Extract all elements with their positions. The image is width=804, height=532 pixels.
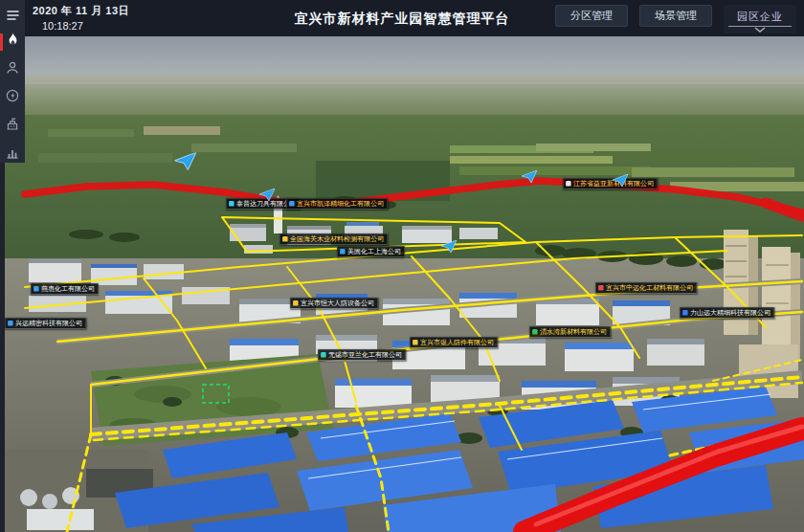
- park-enterprise-dropdown[interactable]: 园区企业: [724, 5, 796, 33]
- menu-button[interactable]: [0, 5, 25, 26]
- company-marker-icon: [413, 340, 417, 344]
- page-title: 宜兴市新材料产业园智慧管理平台: [295, 0, 510, 36]
- user-icon: [6, 61, 19, 74]
- company-label[interactable]: 兴远精密科技有限公司: [5, 318, 86, 329]
- company-label-text: 力山远大精细科技有限公司: [690, 309, 770, 318]
- flame-icon: [7, 33, 19, 46]
- company-label[interactable]: 美固化工上海公司: [337, 246, 405, 257]
- top-bar: 2020 年 11 月 13日 10:18:27 宜兴市新材料产业园智慧管理平台…: [0, 0, 804, 36]
- company-marker-icon: [340, 249, 345, 254]
- chevron-down-icon: [754, 27, 766, 33]
- company-marker-icon: [229, 201, 234, 206]
- tool-sidebar: [0, 0, 25, 163]
- blue-plane-marker[interactable]: [259, 188, 277, 206]
- company-label[interactable]: 江苏省益亚新材料有限公司: [563, 178, 658, 189]
- company-label-text: 宜兴市凯泽精细化工有限公司: [297, 200, 384, 209]
- company-label-text: 宜兴市中远化工材料有限公司: [606, 284, 693, 293]
- blue-plane-marker[interactable]: [613, 174, 630, 191]
- sidebar-item-alarm[interactable]: [0, 30, 25, 51]
- plane-icon: [174, 152, 198, 171]
- company-label[interactable]: 全国海关木业材料检测有限公司: [279, 233, 388, 245]
- company-marker-icon: [532, 329, 537, 334]
- company-label-text: 宜兴市恒大人防设备公司: [301, 299, 374, 308]
- company-label-text: 宜兴市银人防件有限公司: [420, 339, 494, 347]
- app-window: 泰普达刀具有限公司宜兴市凯泽精细化工有限公司全国海关木业材料检测有限公司美固化工…: [0, 0, 804, 532]
- sidebar-item-factory[interactable]: [0, 114, 25, 135]
- company-label-text: 无锡市亚兰化工有限公司: [328, 351, 402, 360]
- sidebar-item-users[interactable]: [0, 57, 25, 78]
- blue-plane-marker[interactable]: [522, 170, 539, 188]
- current-date: 2020 年 11 月 13日: [33, 4, 129, 18]
- company-marker-icon: [289, 201, 294, 206]
- current-time: 10:18:27: [42, 20, 129, 32]
- company-label[interactable]: 宜兴市凯泽精细化工有限公司: [286, 198, 388, 210]
- scene-management-button[interactable]: 场景管理: [639, 5, 712, 27]
- company-marker-icon: [282, 236, 287, 241]
- plane-icon: [441, 240, 458, 254]
- plane-icon: [613, 174, 630, 188]
- company-label[interactable]: 宜兴市恒大人防设备公司: [290, 298, 378, 309]
- map-3d-viewport[interactable]: [0, 0, 804, 532]
- company-marker-icon: [682, 310, 687, 315]
- company-label-text: 燕惠化工有限公司: [41, 285, 95, 294]
- company-label-text: 清水湾新材料有限公司: [540, 328, 607, 337]
- company-marker-icon: [598, 285, 603, 290]
- company-marker-icon: [8, 321, 12, 325]
- company-label[interactable]: 宜兴市中远化工材料有限公司: [595, 282, 697, 294]
- dropdown-label: 园区企业: [737, 11, 783, 22]
- company-marker-icon: [566, 181, 570, 186]
- company-label[interactable]: 无锡市亚兰化工有限公司: [318, 349, 406, 361]
- company-label[interactable]: 力山远大精细科技有限公司: [680, 307, 774, 319]
- company-label[interactable]: 清水湾新材料有限公司: [529, 326, 611, 338]
- company-marker-icon: [34, 286, 38, 291]
- sidebar-item-statistics[interactable]: [0, 143, 25, 164]
- company-marker-icon: [293, 300, 298, 305]
- energy-icon: [6, 89, 19, 102]
- zone-management-button[interactable]: 分区管理: [555, 5, 628, 27]
- sidebar-item-energy[interactable]: [0, 86, 25, 107]
- company-marker-icon: [321, 352, 325, 357]
- stats-chart-icon: [6, 146, 19, 159]
- company-label-text: 兴远精密科技有限公司: [15, 320, 82, 328]
- factory-icon: [6, 118, 19, 130]
- company-label-text: 美固化工上海公司: [347, 248, 401, 256]
- plane-icon: [522, 170, 539, 184]
- blue-plane-marker[interactable]: [174, 152, 198, 176]
- blue-plane-marker[interactable]: [441, 240, 458, 257]
- company-label[interactable]: 燕惠化工有限公司: [31, 283, 99, 295]
- menu-icon: [6, 10, 20, 21]
- plane-icon: [259, 188, 277, 202]
- company-label-text: 全国海关木业材料检测有限公司: [290, 235, 384, 244]
- datetime-display: 2020 年 11 月 13日 10:18:27: [33, 4, 129, 32]
- company-label[interactable]: 宜兴市银人防件有限公司: [410, 337, 498, 348]
